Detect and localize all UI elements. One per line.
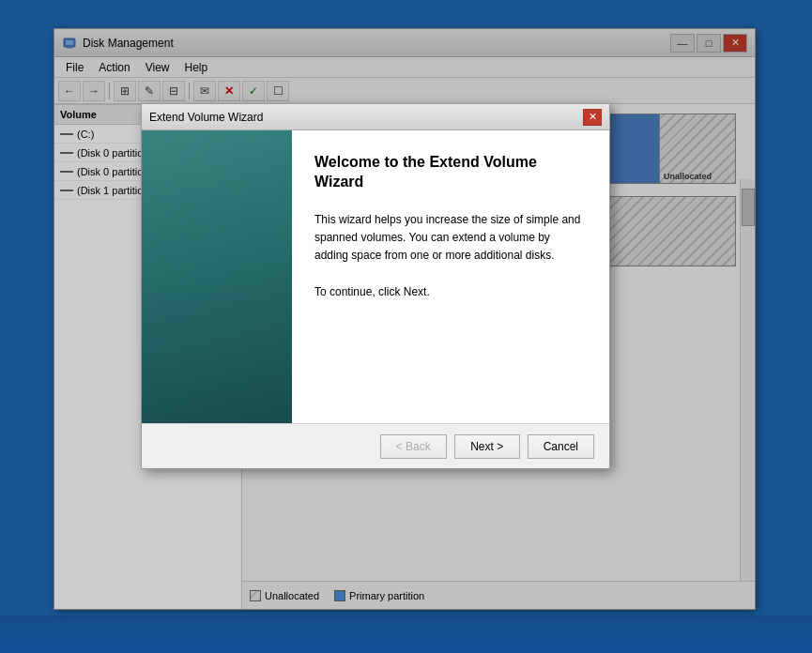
extend-volume-wizard: Extend Volume Wizard ✕ Welcome to the Ex… [141, 103, 610, 469]
cancel-button[interactable]: Cancel [528, 434, 594, 459]
back-button[interactable]: < Back [380, 434, 447, 459]
wizard-heading: Welcome to the Extend Volume Wizard [314, 153, 587, 192]
wizard-body: Welcome to the Extend Volume Wizard This… [142, 130, 609, 423]
wizard-footer: < Back Next > Cancel [142, 423, 609, 468]
next-button[interactable]: Next > [454, 434, 520, 459]
wizard-body-text: This wizard helps you increase the size … [314, 211, 587, 266]
wizard-close-button[interactable]: ✕ [583, 109, 602, 126]
wizard-title-bar: Extend Volume Wizard ✕ [142, 104, 609, 130]
wizard-content: Welcome to the Extend Volume Wizard This… [292, 130, 609, 423]
wizard-decoration-panel [142, 130, 292, 423]
wizard-title-text: Extend Volume Wizard [149, 111, 583, 124]
wizard-continue-text: To continue, click Next. [314, 283, 587, 301]
